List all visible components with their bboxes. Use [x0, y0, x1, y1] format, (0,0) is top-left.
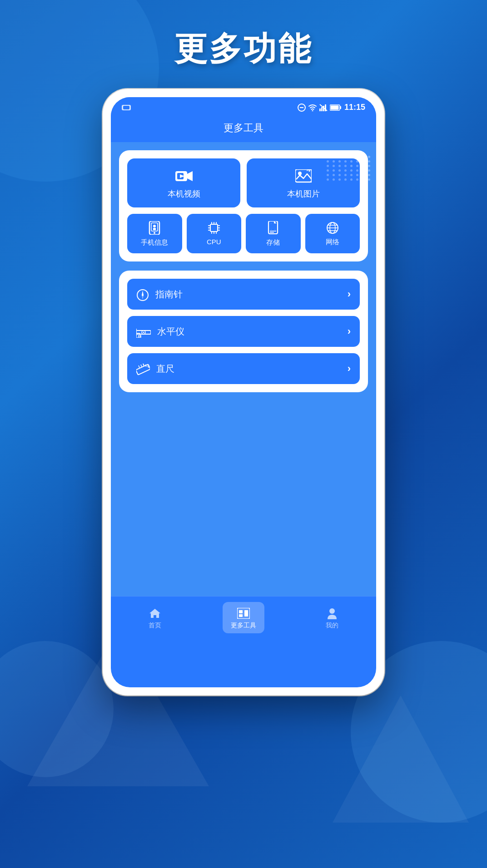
list-item-compass-left: 指南针	[136, 287, 183, 301]
list-item-compass-label: 指南针	[155, 288, 183, 301]
nav-item-home[interactable]: 首页	[111, 606, 199, 630]
svg-line-66	[141, 365, 142, 367]
status-icons	[298, 104, 342, 112]
svg-rect-45	[271, 223, 275, 230]
tool-btn-phone-info[interactable]: 手机信息	[127, 214, 182, 253]
phone-info-icon	[149, 221, 160, 235]
svg-rect-30	[212, 226, 216, 230]
svg-rect-5	[319, 108, 321, 111]
status-left	[122, 104, 132, 111]
svg-rect-72	[239, 614, 243, 617]
svg-marker-14	[187, 171, 193, 181]
tool-btn-local-video[interactable]: 本机视频	[127, 158, 240, 207]
svg-rect-12	[330, 105, 338, 109]
nav-label-more-tools: 更多工具	[231, 621, 256, 630]
chevron-right-icon-compass: ›	[348, 288, 351, 300]
tool-btn-cpu[interactable]: CPU	[187, 214, 242, 253]
status-right: 11:15	[298, 103, 365, 112]
person-icon	[327, 606, 338, 620]
page-headline: 更多功能	[174, 27, 313, 71]
svg-rect-73	[244, 610, 248, 616]
svg-rect-6	[321, 107, 323, 111]
tools-grid-small: 手机信息	[127, 214, 360, 253]
chevron-right-icon-level: ›	[348, 326, 351, 337]
image-icon	[295, 168, 312, 183]
svg-line-65	[139, 365, 139, 368]
wifi-icon	[308, 104, 317, 111]
tool-label-cpu: CPU	[207, 238, 221, 246]
list-item-level-label: 水平仪	[157, 326, 184, 338]
bottom-nav: 首页 更多工具	[111, 596, 376, 641]
phone-frame: 11:15 更多工具	[103, 89, 384, 695]
tool-label-local-image: 本机图片	[287, 188, 320, 199]
list-card: 指南针 ›	[119, 271, 368, 392]
tool-label-phone-info: 手机信息	[141, 238, 168, 247]
storage-icon	[268, 221, 278, 235]
content-area: 本机视频	[111, 142, 376, 596]
ruler-icon	[136, 361, 150, 376]
network-icon	[326, 221, 339, 234]
svg-point-26	[153, 225, 156, 227]
svg-rect-1	[123, 106, 129, 109]
list-item-level-left: 水平仪	[136, 324, 184, 339]
list-item-ruler-left: 直尺	[136, 361, 174, 376]
nav-active-bg: 更多工具	[223, 602, 264, 633]
chevron-right-icon-ruler: ›	[348, 363, 351, 375]
status-bar: 11:15	[111, 97, 376, 115]
nav-label-home: 首页	[149, 621, 161, 630]
svg-point-25	[154, 232, 155, 234]
cpu-icon	[208, 221, 220, 234]
list-item-ruler[interactable]: 直尺 ›	[127, 353, 360, 384]
status-time: 11:15	[344, 103, 365, 112]
tool-label-local-video: 本机视频	[168, 188, 200, 199]
dnd-icon	[298, 104, 306, 112]
nav-item-more-tools[interactable]: 更多工具	[199, 602, 288, 633]
battery-icon	[330, 104, 342, 111]
svg-rect-71	[239, 610, 243, 613]
svg-point-74	[329, 608, 335, 614]
svg-rect-11	[340, 106, 341, 109]
bg-triangle-2	[333, 695, 469, 823]
phone-screen: 11:15 更多工具	[111, 97, 376, 687]
app-bar: 更多工具	[111, 115, 376, 142]
tools-icon	[237, 606, 250, 620]
svg-rect-27	[153, 228, 156, 230]
list-item-level[interactable]: 水平仪 ›	[127, 316, 360, 347]
tool-label-network: 网络	[326, 238, 339, 247]
level-icon	[136, 324, 151, 339]
home-icon	[149, 606, 161, 620]
app-bar-title: 更多工具	[224, 122, 263, 133]
svg-point-60	[143, 331, 144, 333]
tool-btn-storage[interactable]: 存储	[246, 214, 301, 253]
list-item-ruler-label: 直尺	[156, 363, 174, 375]
list-item-compass[interactable]: 指南针 ›	[127, 279, 360, 310]
tool-label-storage: 存储	[266, 238, 280, 247]
signal-icon	[319, 104, 328, 111]
video-camera-icon	[175, 168, 193, 183]
compass-icon	[136, 287, 149, 301]
tools-grid-large: 本机视频	[127, 158, 360, 207]
svg-point-4	[312, 110, 313, 111]
status-notification-icon	[122, 104, 132, 111]
svg-line-67	[143, 364, 144, 366]
nav-item-profile[interactable]: 我的	[288, 606, 376, 630]
tool-btn-network[interactable]: 网络	[305, 214, 360, 253]
nav-label-profile: 我的	[326, 621, 338, 630]
dots-decoration	[327, 156, 372, 181]
